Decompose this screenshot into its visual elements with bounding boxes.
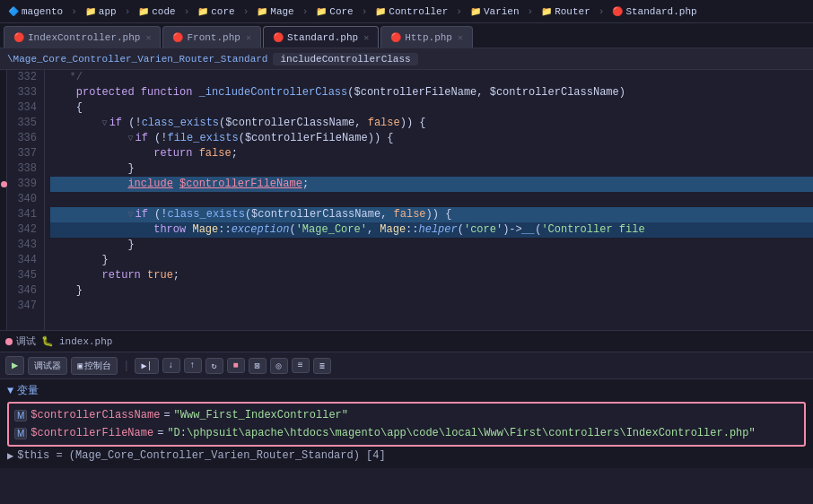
folder-icon-core: 📁 <box>197 6 208 17</box>
stop-icon: ■ <box>233 361 239 370</box>
tab-Front[interactable]: 🔴 Front.php ✕ <box>162 26 260 48</box>
ln-346: 346 <box>11 283 37 299</box>
var-icon-2: M <box>14 428 27 439</box>
code-line-347 <box>50 299 813 314</box>
bottom-panel: 调试 🐛 index.php ▶ 调试器 ▣ 控制台 | ▶| ↓ ↑ ↻ ■ <box>0 330 813 468</box>
breakpoint-gutter <box>0 70 7 330</box>
frames-btn[interactable]: ≡ <box>292 358 310 373</box>
sep: › <box>599 6 605 17</box>
menu-item-magento[interactable]: 🔷 magento <box>4 4 67 19</box>
bp-332 <box>0 70 7 85</box>
ln-341: 341 <box>11 207 37 222</box>
var-eq-2: = <box>157 427 163 439</box>
ln-337: 337 <box>11 146 37 161</box>
menu-item-app[interactable]: 📁 app <box>81 4 121 19</box>
debug-console-btn[interactable]: ▣ 控制台 <box>71 357 118 375</box>
folder-icon-Controller: 📁 <box>375 6 386 17</box>
path-bar: \Mage_Core_Controller_Varien_Router_Stan… <box>0 48 813 70</box>
ln-343: 343 <box>11 238 37 253</box>
close-tab3[interactable]: ✕ <box>363 32 369 43</box>
folder-icon-Router: 📁 <box>541 6 552 17</box>
tab-IndexController[interactable]: 🔴 IndexController.php ✕ <box>4 26 161 48</box>
stop-btn[interactable]: ■ <box>227 358 245 373</box>
bp-333 <box>0 85 7 100</box>
bp-341 <box>0 207 7 222</box>
bp-346 <box>0 283 7 299</box>
path-method: includeControllerClass <box>273 53 417 65</box>
settings-btn[interactable]: ≣ <box>313 358 331 374</box>
step-out-btn[interactable]: ↑ <box>184 358 202 373</box>
folder-icon-mage: 📁 <box>257 6 267 17</box>
ln-335: 335 <box>11 116 37 131</box>
step-into-btn[interactable]: ↓ <box>162 358 180 373</box>
bp-345 <box>0 268 7 283</box>
var-row-2: M $controllerFileName = "D:\phpsuit\apac… <box>14 424 799 442</box>
menu-item-Core[interactable]: 📁 Core <box>311 4 357 19</box>
menu-item-Varien[interactable]: 📁 Varien <box>466 4 524 19</box>
code-line-340 <box>50 192 813 207</box>
close-tab1[interactable]: ✕ <box>145 32 151 43</box>
bp-335 <box>0 116 7 131</box>
var-name-2: $controllerFileName <box>31 427 153 439</box>
folder-icon-magento: 🔷 <box>8 6 19 17</box>
bottom-tabs: 调试 🐛 index.php <box>0 331 813 352</box>
code-line-334: { <box>50 100 813 116</box>
debug-tab-label[interactable]: 调试 <box>5 335 36 348</box>
code-line-346: } <box>50 283 813 299</box>
sep: › <box>125 6 131 17</box>
close-tab4[interactable]: ✕ <box>458 32 463 43</box>
code-line-345: return true; <box>50 268 813 283</box>
ln-333: 333 <box>11 85 37 100</box>
step-over-btn[interactable]: ▶| <box>135 358 158 374</box>
variables-section: ▼ 变量 M $controllerClassName = "Www_First… <box>0 379 813 468</box>
menu-item-mage[interactable]: 📁 Mage <box>252 4 298 19</box>
breakpoint-dot-339 <box>1 181 7 187</box>
folder-icon-app: 📁 <box>85 6 96 17</box>
code-line-338: } <box>50 161 813 177</box>
file-icon-tab4: 🔴 <box>390 32 401 43</box>
var-value-2: "D:\phpsuit\apache\htdocs\magento\app\co… <box>167 427 755 439</box>
tab-Http[interactable]: 🔴 Http.php ✕ <box>380 26 473 48</box>
comment-332: */ <box>50 70 83 85</box>
debug-run-btn[interactable]: ▶ <box>5 356 24 375</box>
close-tab2[interactable]: ✕ <box>246 32 251 43</box>
sep: › <box>243 6 249 17</box>
file-icon-tab1: 🔴 <box>13 32 24 43</box>
menu-item-core[interactable]: 📁 core <box>193 4 239 19</box>
menu-item-Standard[interactable]: 🔴 Standard.php <box>608 4 701 19</box>
menu-item-code[interactable]: 📁 code <box>134 4 179 19</box>
code-line-344: } <box>50 253 813 268</box>
var-name-1: $controllerClassName <box>31 409 160 421</box>
debug-label-btn[interactable]: 调试器 <box>28 357 67 375</box>
menu-item-Controller[interactable]: 📁 Controller <box>371 4 452 19</box>
file-icon-tab3: 🔴 <box>273 32 284 43</box>
ln-334: 334 <box>11 100 37 116</box>
tab-Standard[interactable]: 🔴 Standard.php ✕ <box>263 26 379 48</box>
sep: › <box>302 6 309 17</box>
bp-336 <box>0 131 7 146</box>
mute-btn[interactable]: ⊠ <box>249 358 267 374</box>
ln-345: 345 <box>11 268 37 283</box>
code-line-339: include $controllerFileName; <box>50 177 813 192</box>
bp-343 <box>0 238 7 253</box>
bp-338 <box>0 161 7 177</box>
path-class: \Mage_Core_Controller_Varien_Router_Stan… <box>7 54 267 65</box>
sep: › <box>456 6 462 17</box>
code-line-342: throw Mage::exception('Mage_Core', Mage:… <box>50 222 813 238</box>
ln-340: 340 <box>11 192 37 207</box>
ln-339: 339 <box>11 177 37 192</box>
variables-label: ▼ 变量 <box>7 383 806 398</box>
top-menu-bar: 🔷 magento › 📁 app › 📁 code › 📁 core › 📁 … <box>0 0 813 23</box>
code-area[interactable]: */ protected function _includeController… <box>45 70 813 330</box>
code-line-332: */ <box>50 70 813 85</box>
bp-342 <box>0 222 7 238</box>
code-line-336: ▽if (!file_exists($controllerFileName)) … <box>50 131 813 146</box>
ln-344: 344 <box>11 253 37 268</box>
watch-btn[interactable]: ◎ <box>270 358 288 374</box>
var-eq-1: = <box>163 409 170 421</box>
ln-347: 347 <box>11 299 37 314</box>
file-icon-Standard: 🔴 <box>612 6 623 17</box>
menu-item-Router[interactable]: 📁 Router <box>537 4 595 19</box>
code-line-341: ▽if (!class_exists($controllerClassName,… <box>50 207 813 222</box>
rerun-btn[interactable]: ↻ <box>205 358 223 374</box>
